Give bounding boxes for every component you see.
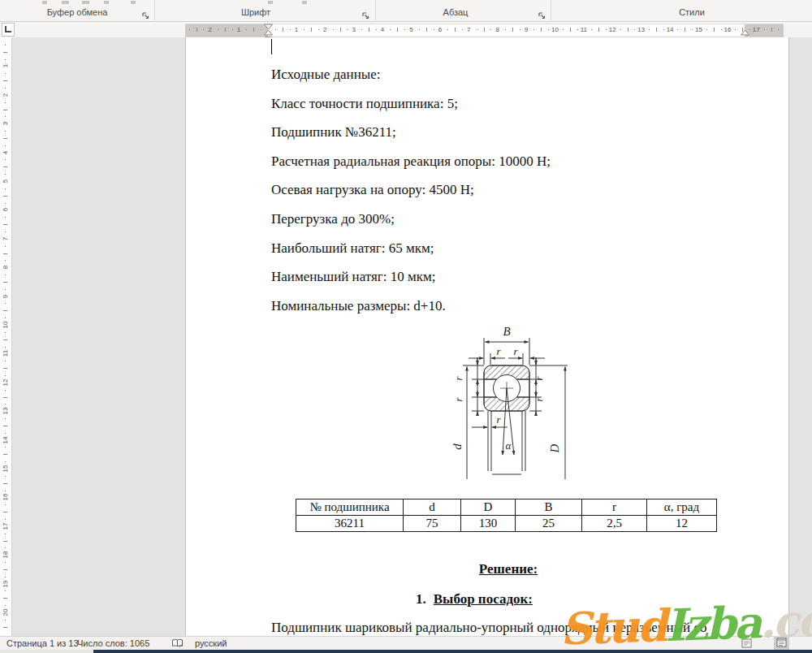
first-line-indent-marker[interactable] <box>265 24 273 29</box>
paragraph-line[interactable]: Наибольший натяг: 65 мкм; <box>271 240 434 257</box>
ruler-mark <box>598 28 599 32</box>
ruler-mark <box>283 28 283 32</box>
ruler-mark <box>5 246 6 247</box>
ruler-mark <box>397 28 398 32</box>
ruler-mark: 12 <box>607 26 617 33</box>
ruler-row: 211234567891011121314151617 <box>0 21 812 37</box>
ruler-mark <box>5 45 6 45</box>
dim-label-B: B <box>503 325 510 338</box>
paragraph-line[interactable]: Подшипник №36211; <box>271 124 396 141</box>
dialog-launcher-icon[interactable] <box>141 9 151 19</box>
ruler-mark <box>3 483 7 484</box>
ruler-mark <box>771 28 772 32</box>
group-separator <box>551 0 551 20</box>
paragraph-line[interactable]: Подшипник шариковый радиально-упорный од… <box>271 620 707 636</box>
page-number-indicator[interactable]: Страница 1 из 13 <box>6 638 79 648</box>
ruler-mark <box>620 29 621 30</box>
ruler-mark: 2 <box>320 26 330 33</box>
vertical-ruler[interactable]: 1234567891011121314151617181920 <box>0 37 12 636</box>
group-separator <box>154 0 155 20</box>
ruler-mark: 5 <box>407 26 417 33</box>
paragraph-line[interactable]: Исходные данные: <box>271 67 381 83</box>
dialog-launcher-icon[interactable] <box>361 9 371 19</box>
hanging-indent-marker[interactable] <box>265 30 273 35</box>
ribbon-control-fragment <box>302 1 307 4</box>
bearing-diagram[interactable]: B r r r r r r r d D α <box>442 325 600 491</box>
table-header-cell[interactable]: d <box>404 499 461 516</box>
ruler-mark: 16 <box>723 26 732 33</box>
word-count-indicator[interactable]: Число слов: 1065 <box>77 638 149 648</box>
table-header-cell[interactable]: D <box>461 499 516 516</box>
language-indicator[interactable]: русский <box>195 638 227 648</box>
ruler-mark: 9 <box>2 288 10 304</box>
table-cell[interactable]: 130 <box>461 516 516 532</box>
print-layout-view-button[interactable] <box>774 637 789 650</box>
ruler-mark <box>3 368 7 369</box>
tab-selector[interactable] <box>2 23 15 37</box>
ruler-mark: 8 <box>493 26 503 33</box>
paragraph-line[interactable]: Осевая нагрузка на опору: 4500 Н; <box>271 182 474 198</box>
ruler-mark <box>203 29 204 30</box>
paragraph-line[interactable]: Номинальные размеры: d+10. <box>271 298 446 314</box>
ruler-mark <box>5 418 6 419</box>
ruler-mark: 17 <box>751 26 761 33</box>
ruler-mark <box>5 131 6 132</box>
ruler-mark <box>426 28 427 32</box>
ruler-mark: 7 <box>2 231 10 246</box>
document-page[interactable]: Исходные данные:Класс точности подшипник… <box>185 37 789 636</box>
proofing-status-icon[interactable] <box>171 638 184 650</box>
ruler-mark <box>225 28 226 32</box>
ruler-mark <box>778 29 779 30</box>
paragraph-line[interactable]: Класс точности подшипника: 5; <box>271 96 458 112</box>
table-cell[interactable]: 75 <box>404 516 461 532</box>
ruler-mark <box>656 28 657 32</box>
ruler-mark <box>520 29 520 30</box>
table-header-cell[interactable]: B <box>516 499 582 516</box>
ruler-mark: 3 <box>2 116 10 132</box>
ruler-mark <box>390 29 391 30</box>
ruler-mark <box>5 275 6 275</box>
horizontal-ruler[interactable]: 211234567891011121314151617 <box>185 24 784 36</box>
table-cell[interactable]: 2,5 <box>582 516 647 532</box>
ruler-mark <box>3 310 7 311</box>
ruler-mark <box>5 534 6 534</box>
ribbon-group-font: Шрифт <box>203 7 309 17</box>
table-header-cell[interactable]: α, град <box>647 499 717 516</box>
ruler-mark <box>3 512 7 512</box>
ruler-mark: 2 <box>2 87 10 102</box>
dim-label-r: r <box>513 345 518 357</box>
numbered-heading[interactable]: 1.Выбор посадок: <box>271 591 677 608</box>
table-cell[interactable]: 36211 <box>296 516 404 532</box>
table-cell[interactable]: 12 <box>647 516 717 532</box>
ruler-mark: 1 <box>234 26 244 33</box>
dialog-launcher-icon[interactable] <box>538 9 547 19</box>
ruler-mark <box>275 29 276 30</box>
ruler-mark: 1 <box>2 58 10 74</box>
ruler-mark: 16 <box>2 490 10 505</box>
right-indent-marker[interactable] <box>739 29 751 36</box>
ruler-mark <box>369 28 369 32</box>
ruler-mark <box>505 29 506 30</box>
ruler-mark: 17 <box>2 518 10 534</box>
dim-label-r: r <box>452 376 464 381</box>
paragraph-line[interactable]: Расчетная радиальная реакция опоры: 1000… <box>271 154 551 170</box>
table-header-cell[interactable]: r <box>582 499 647 516</box>
ruler-mark <box>3 196 7 197</box>
table-cell[interactable]: 25 <box>516 516 582 532</box>
ruler-mark <box>5 303 6 304</box>
read-mode-view-button[interactable] <box>741 638 752 650</box>
paragraph-line[interactable]: Перегрузка до 300%; <box>271 211 395 227</box>
bearing-parameters-table[interactable]: № подшипникаdDBrα, град3621175130252,512 <box>296 499 717 532</box>
text-cursor <box>271 39 272 54</box>
ruler-mark <box>5 332 6 333</box>
table-header-cell[interactable]: № подшипника <box>296 499 404 516</box>
paragraph-line[interactable]: Наименьший натяг: 10 мкм; <box>271 269 436 285</box>
ruler-mark <box>304 29 304 30</box>
ruler-mark <box>290 29 291 30</box>
ruler-mark <box>5 590 6 591</box>
solution-heading[interactable]: Решение: <box>271 561 745 577</box>
ribbon-control-fragment <box>104 1 109 4</box>
ruler-mark <box>570 28 571 32</box>
ruler-mark <box>5 390 6 391</box>
ruler-mark: 3 <box>349 26 359 33</box>
